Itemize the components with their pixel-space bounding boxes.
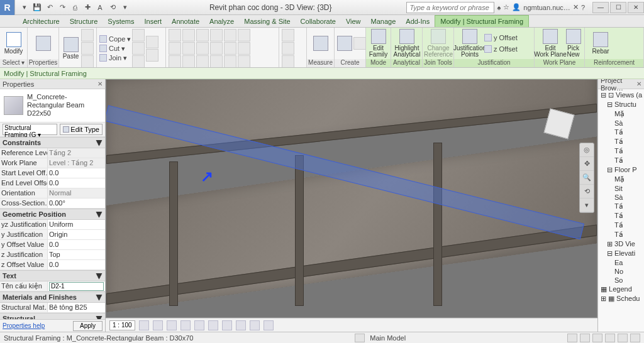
- group-constraints[interactable]: Constraints⯆: [0, 137, 105, 148]
- value-z-offset[interactable]: 0.0: [48, 260, 105, 270]
- reveal-hidden-icon[interactable]: [250, 320, 260, 330]
- qat-text-icon[interactable]: A: [94, 2, 106, 13]
- tree-node[interactable]: ▦ Legend: [599, 285, 643, 294]
- properties-help-link[interactable]: Properties help: [3, 322, 45, 329]
- tree-node[interactable]: ⊞ ▦ Schedu: [599, 294, 643, 303]
- scale-icon[interactable]: [210, 29, 223, 41]
- hide-isolate-icon[interactable]: [236, 320, 246, 330]
- nav-zoom-icon[interactable]: 🔍: [580, 171, 594, 185]
- qat-open-icon[interactable]: ▾: [19, 2, 30, 13]
- tree-node[interactable]: ⊟ Floor P: [599, 165, 643, 175]
- edit-work-plane-button[interactable]: Edit Work Plane: [537, 29, 564, 58]
- view-scale[interactable]: 1 : 100: [109, 320, 135, 330]
- crop-view-icon[interactable]: [208, 320, 218, 330]
- tab-architecture[interactable]: Architecture: [18, 16, 65, 27]
- value-z-just[interactable]: Top: [48, 250, 105, 259]
- type-selector-dropdown[interactable]: Structural Framing (G ▾: [3, 124, 57, 135]
- copy-icon[interactable]: [169, 42, 181, 55]
- group-structural[interactable]: Structural⯆: [0, 313, 105, 319]
- minimize-button[interactable]: —: [592, 2, 609, 13]
- tab-modify-contextual[interactable]: Modify | Structural Framing: [435, 15, 529, 27]
- view-tool-2-icon[interactable]: [282, 42, 294, 55]
- value-ten-cau-kien[interactable]: [48, 281, 105, 291]
- tree-node[interactable]: Tầ: [599, 137, 643, 146]
- geom-tool-4-icon[interactable]: [146, 36, 158, 48]
- analytical-model-icon[interactable]: [264, 320, 274, 330]
- qat-save-icon[interactable]: 💾: [31, 2, 43, 13]
- filter-icon[interactable]: [630, 334, 640, 342]
- tree-node[interactable]: Sit: [599, 184, 643, 193]
- mod-tool-a-icon[interactable]: [224, 29, 236, 41]
- tab-manage[interactable]: Manage: [366, 16, 401, 27]
- infocenter-icon[interactable]: ♠: [497, 4, 501, 11]
- nav-orbit-icon[interactable]: ⟲: [580, 185, 594, 199]
- join-geom-button[interactable]: Join ▾: [99, 53, 131, 62]
- ten-cau-kien-input[interactable]: [49, 282, 104, 291]
- unpin-icon[interactable]: [210, 55, 223, 68]
- browser-close-icon[interactable]: ✕: [636, 80, 641, 87]
- y-offset-button[interactable]: y Offset: [484, 33, 518, 42]
- edit-type-button[interactable]: Edit Type: [60, 124, 103, 135]
- geom-tool-3-icon[interactable]: [132, 55, 145, 68]
- shadows-icon[interactable]: [180, 320, 191, 330]
- tree-node[interactable]: No: [599, 267, 643, 276]
- value-y-offset[interactable]: 0.0: [48, 240, 105, 249]
- tree-node[interactable]: Tầ: [599, 220, 643, 230]
- properties-close-icon[interactable]: ✕: [97, 80, 103, 87]
- view-tool-1-icon[interactable]: [282, 29, 294, 41]
- tree-node[interactable]: Ea: [599, 258, 643, 267]
- properties-button[interactable]: [30, 29, 56, 58]
- array-icon[interactable]: [196, 55, 209, 68]
- exchange-icon[interactable]: ✕: [573, 3, 579, 11]
- 3d-viewport[interactable]: ↗ ◎ ✥ 🔍 ⟲ ▾: [106, 79, 597, 318]
- tree-node[interactable]: Mặ: [599, 175, 643, 184]
- rotate-icon[interactable]: [169, 55, 181, 68]
- tab-analyze[interactable]: Analyze: [204, 16, 239, 27]
- crop-region-icon[interactable]: [222, 320, 232, 330]
- move-icon[interactable]: [169, 29, 181, 41]
- qat-sync-icon[interactable]: ⟲: [107, 2, 118, 13]
- mod-tool-c-icon[interactable]: [238, 29, 250, 41]
- select-underlay-icon[interactable]: [580, 334, 590, 342]
- tree-node[interactable]: Mặ: [599, 109, 643, 119]
- tree-node[interactable]: ⊟ ⊡ Views (a: [599, 90, 643, 100]
- create-tool-icon[interactable]: [353, 37, 366, 50]
- close-button[interactable]: ✕: [628, 2, 644, 13]
- detail-level-icon[interactable]: [139, 320, 149, 330]
- tab-structure[interactable]: Structure: [65, 16, 103, 27]
- rebar-button[interactable]: Rebar: [587, 29, 614, 58]
- qat-print-icon[interactable]: ⎙: [69, 2, 80, 13]
- tree-node[interactable]: ⊟ Structu: [599, 100, 643, 109]
- delete-icon[interactable]: [224, 55, 236, 68]
- measure-button[interactable]: [309, 29, 331, 58]
- split-icon[interactable]: [182, 55, 195, 68]
- copy-clipboard-icon[interactable]: [81, 42, 94, 55]
- tree-node[interactable]: Tầ: [599, 230, 643, 239]
- user-name[interactable]: ngmtuan.nuc…: [523, 4, 570, 11]
- group-text[interactable]: Text⯆: [0, 270, 105, 281]
- tab-insert[interactable]: Insert: [140, 16, 167, 27]
- modify-tool-button[interactable]: Modify: [3, 29, 25, 58]
- tree-node[interactable]: Tầ: [599, 156, 643, 165]
- help-search-input[interactable]: [406, 2, 494, 13]
- view-tool-3-icon[interactable]: [282, 55, 294, 68]
- nav-more-icon[interactable]: ▾: [580, 199, 594, 212]
- change-reference-button[interactable]: Change Reference: [425, 29, 452, 58]
- paste-button[interactable]: Paste: [62, 34, 80, 63]
- tree-node[interactable]: Tầ: [599, 146, 643, 156]
- value-yz-just[interactable]: Uniform: [48, 220, 105, 229]
- sun-path-icon[interactable]: [167, 320, 177, 330]
- tree-node[interactable]: Tầ: [599, 128, 643, 137]
- tab-addins[interactable]: Add-Ins: [401, 16, 435, 27]
- rendering-icon[interactable]: [194, 320, 204, 330]
- tab-view[interactable]: View: [341, 16, 366, 27]
- nav-wheel-icon[interactable]: ◎: [580, 143, 594, 157]
- tab-massing[interactable]: Massing & Site: [239, 16, 295, 27]
- help-icon[interactable]: ?: [581, 4, 585, 11]
- geom-tool-2-icon[interactable]: [132, 42, 145, 55]
- cope-button[interactable]: Cope ▾: [99, 35, 131, 43]
- highlight-analytical-button[interactable]: Highlight Analytical: [394, 29, 420, 58]
- tab-systems[interactable]: Systems: [103, 16, 139, 27]
- tree-node[interactable]: Sà: [599, 119, 643, 128]
- mod-tool-e-icon[interactable]: [238, 55, 250, 68]
